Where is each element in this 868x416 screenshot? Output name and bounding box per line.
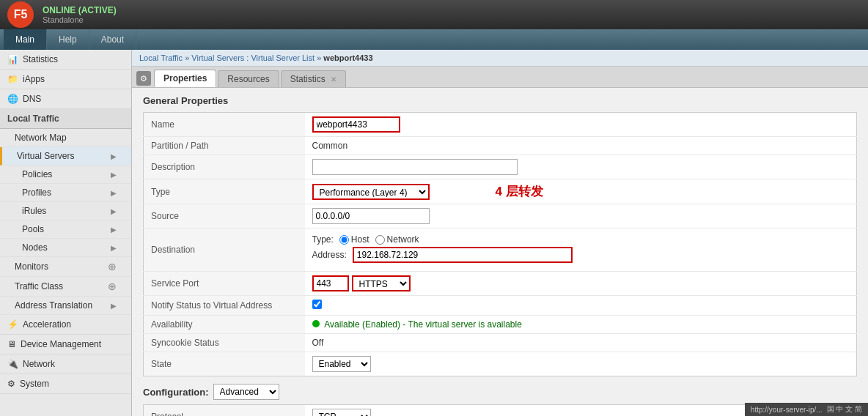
row-notify: Notify Status to Virtual Address [144, 296, 857, 316]
arrow-right-icon: ▶ [111, 207, 117, 215]
row-syncookie: Syncookie Status Off [144, 334, 857, 352]
sidebar-item-virtualservers[interactable]: Virtual Servers ▶ [0, 147, 131, 166]
select-state[interactable]: Enabled Disabled [312, 356, 371, 372]
sidebar-label-statistics: Statistics [23, 54, 58, 64]
dest-address-row: Address: [312, 247, 850, 263]
status-title: ONLINE (ACTIVE) [43, 5, 117, 15]
nav-tab-about[interactable]: About [89, 29, 136, 50]
main-content: Local Traffic » Virtual Servers : Virtua… [132, 50, 868, 416]
label-state: State [144, 352, 305, 376]
breadcrumb: Local Traffic » Virtual Servers : Virtua… [132, 50, 868, 67]
sidebar-item-iapps[interactable]: 📁 iApps [0, 70, 131, 89]
nav-tab-help[interactable]: Help [47, 29, 89, 50]
input-source[interactable] [312, 208, 430, 224]
select-protocol[interactable]: HTTPS HTTP FTP [352, 275, 411, 291]
sidebar-item-policies[interactable]: Policies ▶ [0, 166, 131, 184]
config-title: Configuration: [143, 387, 209, 398]
sidebar-item-addresstranslation[interactable]: Address Translation ▶ [0, 297, 131, 315]
acceleration-icon: ⚡ [7, 319, 18, 330]
top-header: F5 ONLINE (ACTIVE) Standalone [0, 0, 868, 29]
breadcrumb-current: webport4433 [323, 53, 372, 62]
syncookie-value: Off [312, 338, 324, 348]
nav-tab-main[interactable]: Main [4, 29, 47, 50]
sidebar-item-trafficclass[interactable]: Traffic Class ⊕ [0, 277, 131, 297]
arrow-right-icon: ▶ [111, 152, 117, 160]
sidebar-section-localtraffic: Local Traffic [0, 109, 131, 129]
row-state: State Enabled Disabled [144, 352, 857, 376]
label-type: Type [144, 179, 305, 204]
sidebar-item-nodes[interactable]: Nodes ▶ [0, 239, 131, 257]
sidebar-item-system[interactable]: ⚙ System [0, 374, 131, 394]
dest-type-row: Type: Host Network [312, 234, 850, 245]
status-bar: http://your-server-ip/... 国 中 文 简 [745, 403, 868, 416]
status-dot [312, 320, 320, 327]
cell-description [305, 155, 857, 179]
sidebar-label-nodes: Nodes [22, 242, 48, 253]
content-area: General Properties Name Partition / Path… [132, 88, 868, 416]
select-protocol-type[interactable]: TCP UDP [312, 409, 371, 416]
sidebar-item-acceleration[interactable]: ⚡ Acceleration [0, 315, 131, 335]
sidebar-item-statistics[interactable]: 📊 Statistics [0, 50, 131, 70]
input-address[interactable] [353, 247, 573, 263]
apps-icon: 📁 [7, 74, 18, 84]
plus-icon-monitors: ⊕ [108, 261, 117, 272]
breadcrumb-localtraffic[interactable]: Local Traffic [139, 53, 183, 62]
input-description[interactable] [312, 159, 518, 175]
sidebar-item-irules[interactable]: iRules ▶ [0, 202, 131, 220]
radio-host-label: Host [339, 234, 369, 245]
cell-syncookie: Off [305, 334, 857, 352]
sidebar-label-network: Network [23, 359, 55, 369]
status-mode: Standalone [43, 15, 117, 24]
system-icon: ⚙ [7, 379, 15, 389]
sidebar-item-networkmap[interactable]: Network Map [0, 129, 131, 147]
row-name: Name [144, 113, 857, 137]
label-availability: Availability [144, 316, 305, 334]
arrow-right-icon: ▶ [111, 226, 117, 234]
tab-close-icon[interactable]: ✕ [331, 75, 336, 83]
value-partition: Common [312, 141, 348, 151]
cell-notify [305, 296, 857, 316]
tab-resources[interactable]: Resources [218, 70, 279, 87]
sidebar-item-profiles[interactable]: Profiles ▶ [0, 184, 131, 202]
radio-network[interactable] [375, 235, 385, 245]
cell-destination: Type: Host Network [305, 229, 857, 272]
sidebar-label-iapps: iApps [23, 74, 45, 84]
section-title-general: General Properties [143, 95, 857, 106]
sidebar-label-devicemanagement: Device Management [21, 339, 101, 349]
label-serviceport: Service Port [144, 272, 305, 296]
status-bar-url: http://your-server-ip/... [751, 406, 823, 414]
checkbox-notify[interactable] [312, 300, 322, 309]
breadcrumb-virtualservers[interactable]: Virtual Servers [191, 53, 244, 62]
row-source: Source [144, 204, 857, 229]
select-config-mode[interactable]: Advanced Basic [213, 384, 279, 400]
tab-statistics[interactable]: Statistics ✕ [281, 70, 346, 87]
status-info: ONLINE (ACTIVE) Standalone [43, 5, 117, 24]
select-type[interactable]: Performance (Layer 4) Standard Forwardin… [312, 184, 430, 200]
sidebar-label-dns: DNS [23, 94, 41, 104]
label-partition: Partition / Path [144, 137, 305, 155]
sidebar-item-dns[interactable]: 🌐 DNS [0, 89, 131, 109]
gear-icon[interactable]: ⚙ [136, 71, 151, 86]
sidebar-item-monitors[interactable]: Monitors ⊕ [0, 257, 131, 277]
label-description: Description [144, 155, 305, 179]
radio-host[interactable] [339, 235, 349, 245]
sidebar-label-pools: Pools [22, 224, 44, 234]
sidebar-label-irules: iRules [22, 206, 46, 216]
dns-icon: 🌐 [7, 94, 18, 104]
cell-source [305, 204, 857, 229]
sidebar-item-network[interactable]: 🔌 Network [0, 354, 131, 374]
sidebar-label-system: System [20, 379, 49, 389]
input-name[interactable] [312, 116, 400, 133]
tab-properties[interactable]: Properties [154, 70, 216, 87]
input-port[interactable] [312, 275, 349, 291]
breadcrumb-vslist[interactable]: Virtual Server List [251, 53, 315, 62]
row-type: Type Performance (Layer 4) Standard Forw… [144, 179, 857, 204]
sidebar-label-networkmap: Network Map [15, 133, 67, 143]
arrow-right-icon: ▶ [111, 302, 117, 310]
cell-partition: Common [305, 137, 857, 155]
sidebar-item-devicemanagement[interactable]: 🖥 Device Management [0, 335, 131, 354]
sidebar-label-virtualservers: Virtual Servers [17, 151, 74, 161]
arrow-right-icon: ▶ [111, 171, 117, 179]
sidebar-item-pools[interactable]: Pools ▶ [0, 220, 131, 239]
availability-value: Available (Enabled) - The virtual server… [324, 319, 522, 330]
